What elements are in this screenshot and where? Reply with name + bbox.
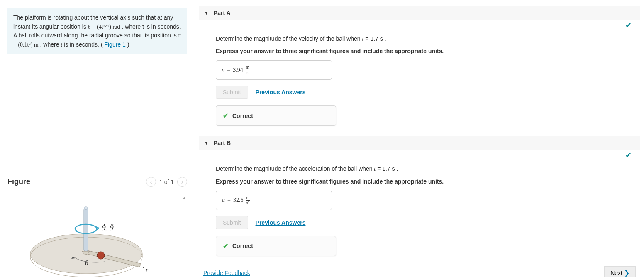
part-a-header[interactable]: ▼ Part A bbox=[199, 6, 640, 20]
feedback-text: Correct bbox=[232, 113, 253, 119]
answer-equals: = bbox=[227, 197, 231, 203]
caret-down-icon: ▼ bbox=[204, 10, 209, 15]
answer-equals: = bbox=[227, 67, 230, 74]
provide-feedback-link[interactable]: Provide Feedback bbox=[203, 270, 250, 276]
footer-row: Provide Feedback Next ❯ bbox=[199, 260, 640, 277]
figure-prev-button[interactable]: ‹ bbox=[146, 177, 156, 187]
figure-link[interactable]: Figure 1 bbox=[104, 41, 125, 48]
figure-heading: Figure bbox=[7, 177, 30, 186]
check-icon: ✔ bbox=[625, 151, 632, 159]
part-b-question: Determine the magnitude of the accelerat… bbox=[216, 165, 374, 172]
part-b: ▼ Part B ✔ Determine the magnitude of th… bbox=[199, 136, 640, 260]
part-a-title: Part A bbox=[214, 10, 231, 16]
svg-text:θ̇, θ̈: θ̇, θ̈ bbox=[101, 224, 114, 232]
problem-text: , where bbox=[40, 41, 61, 48]
t-variable: t bbox=[362, 36, 364, 42]
figure-scrollbar[interactable]: ▲ bbox=[181, 196, 187, 277]
figure-image: θ̇, θ̈ θ r bbox=[7, 196, 179, 277]
check-icon: ✔ bbox=[223, 242, 228, 250]
part-a: ▼ Part A ✔ Determine the magnitude of th… bbox=[199, 6, 640, 130]
part-a-question: Determine the magnitude of the velocity … bbox=[216, 35, 362, 42]
answer-value: 32.6 bbox=[233, 197, 244, 203]
submit-button[interactable]: Submit bbox=[216, 86, 248, 99]
check-icon: ✔ bbox=[223, 112, 228, 120]
next-button[interactable]: Next ❯ bbox=[604, 266, 636, 277]
previous-answers-link[interactable]: Previous Answers bbox=[256, 89, 306, 96]
right-panel: ▼ Part A ✔ Determine the magnitude of th… bbox=[195, 0, 644, 277]
part-b-header[interactable]: ▼ Part B bbox=[199, 136, 640, 150]
figure-pager: 1 of 1 bbox=[159, 179, 174, 185]
next-label: Next bbox=[610, 270, 622, 276]
svg-rect-3 bbox=[84, 208, 88, 251]
figure-header: Figure ‹ 1 of 1 › bbox=[7, 177, 187, 191]
part-b-answer-box: a = 32.6 m s² bbox=[216, 191, 332, 210]
part-b-instruction: Express your answer to three significant… bbox=[216, 178, 640, 185]
chevron-right-icon: ❯ bbox=[624, 270, 629, 276]
t-variable: t bbox=[374, 166, 376, 172]
check-icon: ✔ bbox=[625, 21, 632, 29]
svg-text:θ: θ bbox=[85, 260, 88, 267]
scroll-up-icon: ▲ bbox=[183, 196, 186, 200]
left-panel: The platform is rotating about the verti… bbox=[0, 0, 195, 277]
part-b-title: Part B bbox=[214, 140, 231, 146]
answer-unit: m s² bbox=[246, 196, 250, 205]
svg-text:r: r bbox=[146, 266, 149, 273]
part-a-instruction: Express your answer to three significant… bbox=[216, 48, 640, 54]
answer-symbol: a bbox=[222, 197, 225, 203]
part-b-question: = 1.7 s . bbox=[377, 165, 398, 172]
submit-button[interactable]: Submit bbox=[216, 216, 248, 229]
problem-statement: The platform is rotating about the verti… bbox=[7, 8, 187, 54]
part-b-feedback: ✔ Correct bbox=[216, 236, 336, 256]
answer-value: 3.94 bbox=[233, 67, 243, 74]
problem-text: is in seconds. ( bbox=[64, 41, 102, 48]
t-variable: t bbox=[61, 42, 62, 48]
answer-unit: m s bbox=[246, 65, 250, 75]
figure-next-button[interactable]: › bbox=[177, 177, 187, 187]
problem-text: ) bbox=[127, 41, 129, 48]
part-a-question: = 1.7 s . bbox=[365, 35, 386, 42]
svg-point-2 bbox=[97, 252, 105, 259]
previous-answers-link[interactable]: Previous Answers bbox=[256, 219, 306, 226]
theta-equation: θ = (4t³ᐟ²) rad bbox=[88, 24, 120, 30]
caret-down-icon: ▼ bbox=[204, 140, 209, 145]
svg-point-4 bbox=[84, 207, 88, 209]
part-a-feedback: ✔ Correct bbox=[216, 105, 336, 126]
part-a-answer-box: v = 3.94 m s bbox=[216, 60, 332, 80]
answer-symbol: v bbox=[222, 67, 224, 74]
feedback-text: Correct bbox=[232, 243, 253, 249]
